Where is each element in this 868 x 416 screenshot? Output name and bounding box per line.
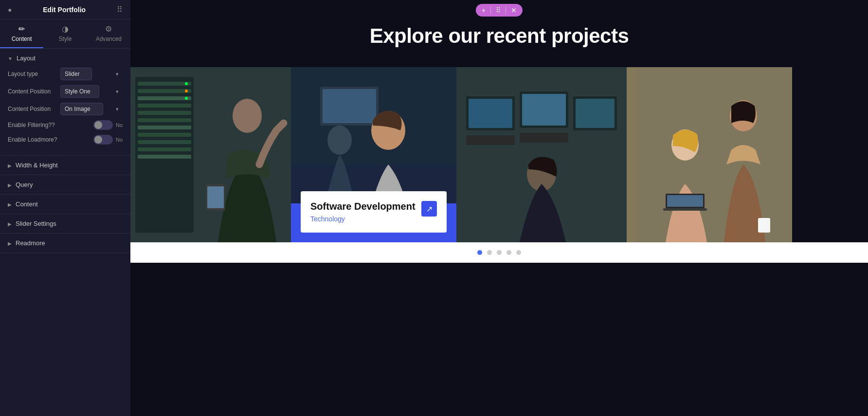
- slider-dots: [130, 242, 868, 263]
- sidebar: ● Edit Portfolio ⠿ ✏ Content ◑ Style ⚙ A…: [0, 0, 130, 416]
- toolbar-divider-2: [506, 6, 506, 14]
- portfolio-preview: Explore our recent projects: [130, 0, 868, 416]
- svg-rect-7: [138, 118, 191, 122]
- svg-rect-45: [667, 195, 703, 207]
- svg-point-16: [233, 99, 262, 133]
- svg-rect-8: [138, 126, 191, 129]
- slider-section: Software Development Technology ↗: [130, 67, 868, 242]
- enable-filtering-label: Enable Filtering??: [8, 122, 56, 128]
- layout-section-header[interactable]: Layout: [0, 49, 130, 68]
- slide-2-card: Software Development Technology ↗: [301, 191, 447, 233]
- content-position-2-select-wrapper: On Image Below Image: [60, 103, 123, 115]
- slider-settings-label: Slider Settings: [16, 220, 56, 227]
- tab-style[interactable]: ◑ Style: [43, 19, 87, 48]
- menu-dots-icon[interactable]: ●: [8, 6, 12, 14]
- main-content: + ⠿ ✕ Explore our recent projects: [130, 0, 868, 416]
- width-height-label: Width & Height: [16, 162, 58, 169]
- layout-collapse-icon: [8, 54, 13, 62]
- content-position-2-select[interactable]: On Image Below Image: [60, 103, 103, 115]
- content-position-1-select[interactable]: Style One Style Two Style Three: [60, 85, 99, 98]
- tab-advanced[interactable]: ⚙ Advanced: [87, 19, 130, 48]
- enable-filtering-toggle[interactable]: [93, 120, 113, 130]
- readmore-section[interactable]: Readmore: [0, 234, 130, 253]
- svg-rect-18: [207, 186, 224, 208]
- svg-rect-28: [469, 99, 512, 128]
- svg-rect-3: [138, 89, 191, 93]
- svg-rect-33: [466, 135, 515, 145]
- enable-filtering-row: Enable Filtering?? No: [8, 120, 123, 130]
- width-height-section[interactable]: Width & Height: [0, 156, 130, 175]
- layout-type-row: Layout type Slider Grid Masonry: [8, 68, 123, 80]
- dot-2[interactable]: [487, 250, 492, 255]
- svg-rect-43: [663, 208, 707, 211]
- layout-section-title: Layout: [17, 54, 36, 62]
- svg-rect-11: [138, 147, 191, 151]
- layout-type-label: Layout type: [8, 71, 56, 77]
- floating-toolbar: + ⠿ ✕: [476, 4, 523, 17]
- svg-rect-39: [627, 67, 636, 242]
- dot-1[interactable]: [477, 250, 482, 255]
- slide-2: Software Development Technology ↗: [291, 67, 456, 242]
- content-section[interactable]: Content: [0, 195, 130, 214]
- sidebar-header: ● Edit Portfolio ⠿: [0, 0, 130, 19]
- tab-content-label: Content: [12, 36, 32, 42]
- enable-loadmore-toggle-label: No: [116, 137, 123, 143]
- svg-rect-32: [576, 99, 615, 128]
- slide-3-image: [456, 67, 627, 242]
- advanced-tab-icon: ⚙: [105, 24, 112, 34]
- card-arrow-icon[interactable]: ↗: [421, 201, 437, 217]
- svg-rect-22: [323, 89, 376, 123]
- layout-section: Layout Layout type Slider Grid Masonry C…: [0, 49, 130, 156]
- svg-rect-34: [520, 133, 568, 143]
- layout-type-select-wrapper: Slider Grid Masonry: [60, 68, 123, 80]
- card-subtitle: Technology: [310, 215, 416, 223]
- card-title: Software Development: [310, 201, 416, 212]
- svg-rect-30: [522, 94, 566, 126]
- svg-point-14: [185, 90, 188, 92]
- svg-rect-6: [138, 111, 191, 115]
- layout-type-select[interactable]: Slider Grid Masonry: [60, 68, 92, 80]
- tab-style-label: Style: [59, 36, 72, 42]
- query-section[interactable]: Query: [0, 175, 130, 195]
- move-icon[interactable]: ⠿: [496, 6, 501, 14]
- dot-5[interactable]: [516, 250, 521, 255]
- svg-rect-5: [138, 104, 191, 108]
- tab-content[interactable]: ✏ Content: [0, 19, 43, 48]
- svg-point-23: [327, 126, 352, 155]
- card-text: Software Development Technology: [310, 201, 416, 223]
- enable-loadmore-toggle[interactable]: [93, 135, 113, 145]
- slide-1: [130, 67, 291, 242]
- sidebar-header-left-icons: ●: [8, 6, 12, 14]
- dot-4[interactable]: [506, 250, 511, 255]
- close-icon[interactable]: ✕: [511, 6, 517, 14]
- dot-3[interactable]: [497, 250, 502, 255]
- enable-loadmore-row: Enable Loadmore? No: [8, 135, 123, 145]
- slide-3: [456, 67, 627, 242]
- content-position-1-row: Content Position Style One Style Two Sty…: [8, 85, 123, 98]
- slider-settings-section[interactable]: Slider Settings: [0, 214, 130, 234]
- slide-1-image: [130, 67, 291, 242]
- svg-rect-2: [138, 82, 191, 86]
- svg-point-13: [185, 82, 188, 85]
- content-section-icon: [8, 200, 12, 208]
- readmore-label: Readmore: [16, 239, 45, 247]
- svg-rect-46: [758, 218, 770, 233]
- tab-advanced-label: Advanced: [96, 36, 122, 42]
- query-icon: [8, 181, 12, 188]
- sidebar-tabs: ✏ Content ◑ Style ⚙ Advanced: [0, 19, 130, 49]
- svg-rect-38: [627, 67, 792, 242]
- slide-4: [627, 67, 792, 242]
- content-tab-icon: ✏: [18, 24, 25, 34]
- svg-point-15: [185, 97, 188, 100]
- slide-4-image: [627, 67, 792, 242]
- toolbar-divider-1: [490, 6, 491, 14]
- style-tab-icon: ◑: [62, 24, 69, 34]
- layout-section-body: Layout type Slider Grid Masonry Content …: [0, 68, 130, 155]
- add-icon[interactable]: +: [482, 6, 486, 14]
- svg-rect-4: [138, 96, 191, 100]
- slider-settings-icon: [8, 220, 12, 227]
- grid-icon[interactable]: ⠿: [117, 5, 123, 14]
- width-height-icon: [8, 162, 12, 169]
- svg-rect-9: [138, 133, 191, 137]
- query-label: Query: [16, 181, 33, 188]
